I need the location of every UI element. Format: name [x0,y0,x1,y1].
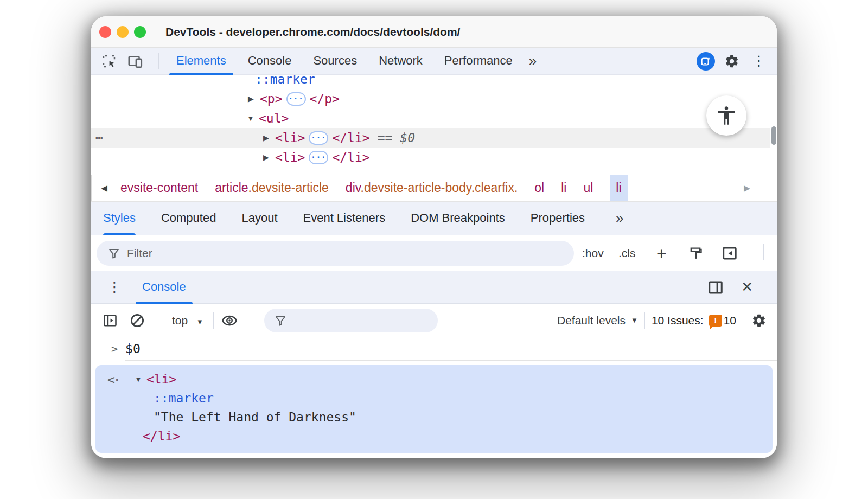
console-toolbar-divider [213,312,214,329]
crumb-ol[interactable]: ol [534,181,544,195]
live-expression-eye-icon[interactable] [220,311,239,330]
crumb-li[interactable]: li [561,181,566,195]
inline-expand-button[interactable]: ··· [309,151,328,164]
styles-filter-input[interactable]: Filter [97,241,574,266]
tab-sources[interactable]: Sources [307,48,363,75]
breadcrumb-forward-button[interactable]: ▶ [736,175,758,201]
li-open-tag[interactable]: <li> [275,131,305,145]
expand-arrow-icon[interactable]: ▶ [263,133,275,142]
console-toolbar-divider [743,312,743,329]
chevron-down-icon: ▼ [631,316,638,324]
crumb-devsite-content[interactable]: evsite-content [120,181,198,195]
toggle-element-state-button[interactable]: :hov [582,235,604,271]
issues-badge-icon: ! [709,315,722,327]
inline-expand-button[interactable]: ··· [286,92,306,106]
tab-network[interactable]: Network [373,48,429,75]
p-open-tag[interactable]: <p> [260,92,283,106]
styles-tabbar: Styles Computed Layout Event Listeners D… [91,202,777,235]
tab-computed[interactable]: Computed [161,202,216,235]
dom-row-p[interactable]: ▶<p>···</p> [91,89,777,108]
elements-scrollbar[interactable] [770,75,777,175]
close-drawer-icon[interactable]: ✕ [741,279,753,296]
toggle-sidebar-panel-icon[interactable] [722,235,738,271]
drawer-tab-console[interactable]: Console [136,271,193,304]
dom-row-marker[interactable]: ::marker [91,75,777,89]
chevron-down-icon: ▼ [196,318,203,326]
devtools-window: DevTools - developer.chrome.com/docs/dev… [91,16,777,458]
li-close-tag[interactable]: </li> [332,150,369,164]
tab-console[interactable]: Console [242,48,298,75]
crumb-tag: li [616,181,621,195]
row-overflow-dots-icon[interactable]: ⋯ [95,131,103,145]
device-toolbar-icon[interactable] [126,52,144,71]
console-toolbar-divider [644,312,645,329]
issues-counter[interactable]: 10 Issues: ! 10 [652,314,736,327]
result-text-node[interactable]: "The Left Hand of Darkness" [95,408,773,427]
inline-expand-button[interactable]: ··· [309,131,328,145]
accessibility-button[interactable] [706,95,746,136]
split-panel-icon[interactable] [707,279,724,296]
element-classes-button[interactable]: .cls [618,235,636,271]
new-style-rule-button[interactable]: + [656,235,777,271]
filter-funnel-icon [274,314,287,327]
breadcrumb-back-button[interactable]: ◀ [91,175,117,201]
log-levels-dropdown[interactable]: Default levels ▼ [557,314,638,327]
more-sidebar-tabs-icon[interactable]: » [610,210,629,227]
console-sidebar-icon[interactable] [101,311,119,330]
p-close-tag[interactable]: </p> [310,92,340,106]
console-prompt-icon: > [111,342,118,355]
execution-context-selector[interactable]: top ▼ [172,314,203,327]
crumb-div[interactable]: div.devsite-article-body.clearfix. [346,181,518,195]
tab-dom-breakpoints[interactable]: DOM Breakpoints [411,202,505,235]
dom-row-li-selected[interactable]: ⋯ ▶<li>···</li>==$0 [91,128,770,148]
li-open-tag[interactable]: <li> [275,150,305,164]
console-drawer-header: ⋮ Console ✕ [91,271,777,304]
main-menu-kebab-icon[interactable]: ⋮ [749,53,769,69]
close-traffic-light[interactable] [99,26,111,38]
dom-tree: ::marker ▶<p>···</p> ▼<ul> ⋯ ▶<li>···</l… [91,75,777,167]
crumb-tag: div [346,181,361,195]
crumb-tag: ol [534,181,544,195]
drawer-menu-kebab-icon[interactable]: ⋮ [104,279,125,296]
elements-panel: ::marker ▶<p>···</p> ▼<ul> ⋯ ▶<li>···</l… [91,75,777,175]
li-close-tag[interactable]: </li> [332,131,369,145]
dom-row-ul[interactable]: ▼<ul> [91,108,777,128]
tab-styles[interactable]: Styles [103,202,136,235]
scrollbar-thumb[interactable] [771,126,776,145]
console-filter-input[interactable] [264,309,438,332]
rendering-emulation-brush-icon[interactable] [688,235,703,271]
clear-console-icon[interactable] [128,311,146,330]
tab-event-listeners[interactable]: Event Listeners [303,202,386,235]
tab-properties[interactable]: Properties [531,202,585,235]
expand-arrow-icon[interactable]: ▶ [248,94,260,103]
collapse-arrow-icon[interactable]: ▼ [135,370,146,389]
toolbar-divider [158,53,159,69]
maximize-traffic-light[interactable] [134,26,146,38]
tab-elements[interactable]: Elements [170,48,232,75]
tab-layout[interactable]: Layout [241,202,277,235]
more-tabs-icon[interactable]: » [524,53,542,69]
crumb-ul[interactable]: ul [583,181,593,195]
console-settings-gear-icon[interactable] [750,311,768,330]
crumb-li-selected[interactable]: li [610,175,627,201]
console-result-block[interactable]: <· ▼<li> ::marker "The Left Hand of Dark… [95,365,773,453]
result-marker-pseudo[interactable]: ::marker [95,389,773,408]
result-li-close-tag[interactable]: </li> [95,427,773,446]
dom-row-li[interactable]: ▶<li>···</li> [91,148,777,167]
crumb-article[interactable]: article.devsite-article [215,181,329,195]
ul-open-tag[interactable]: <ul> [259,111,289,125]
minimize-traffic-light[interactable] [117,26,129,38]
tab-performance[interactable]: Performance [438,48,519,75]
console-input-echo[interactable]: > $0 [91,337,777,360]
marker-pseudo-element[interactable]: ::marker [255,75,315,86]
settings-gear-icon[interactable] [723,52,741,71]
result-li-open-tag: <li> [146,370,176,389]
inspect-element-icon[interactable] [100,52,118,71]
result-li-open-line[interactable]: ▼<li> [95,370,773,389]
ai-assistance-icon[interactable] [697,52,715,71]
collapse-arrow-icon[interactable]: ▼ [247,114,259,123]
expand-arrow-icon[interactable]: ▶ [263,153,275,162]
crumb-tag: ul [583,181,593,195]
crumb-classes: .devsite-article-body.clearfix. [361,181,518,195]
crumb-tag: article [215,181,248,195]
